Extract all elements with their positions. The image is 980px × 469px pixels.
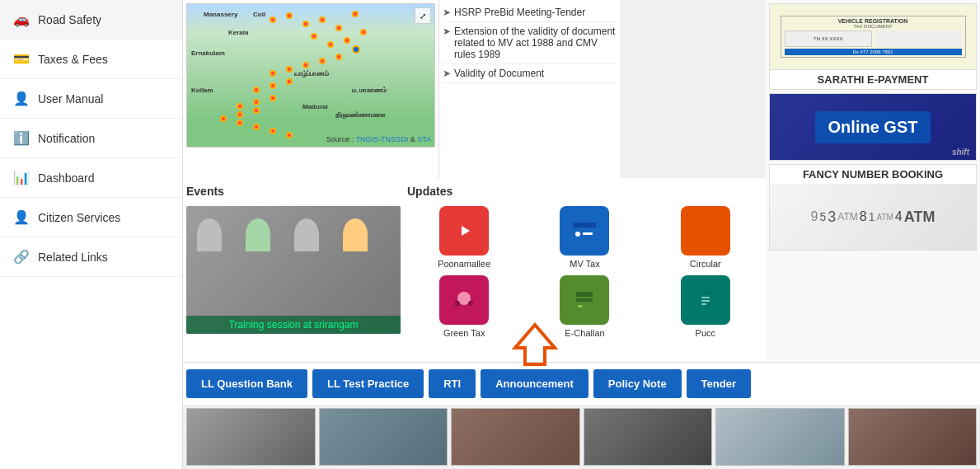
fancy-title: FANCY NUMBER BOOKING	[770, 165, 976, 184]
top-area: Manassery Coll Kerala Ernakulam Kollam ய…	[183, 0, 980, 362]
greentax-link[interactable]: Green Tax	[407, 275, 521, 338]
sidebar-item-label: Notification	[38, 132, 95, 145]
event-caption: Training session at srirangam	[186, 316, 401, 334]
thumbnail-5[interactable]	[715, 408, 845, 466]
thumbnail-4[interactable]	[584, 408, 713, 466]
svg-marker-21	[515, 325, 555, 364]
city-yazhpanam: யாழ்ப்பாணம்	[294, 70, 329, 78]
sidebar-item-taxes[interactable]: 💳 Taxes & Fees	[0, 40, 182, 79]
news-item: ➤ Validity of Document	[443, 64, 617, 83]
map-area: Manassery Coll Kerala Ernakulam Kollam ய…	[183, 0, 438, 178]
svg-point-6	[692, 218, 719, 244]
dashboard-icon: 📊	[13, 170, 30, 185]
svg-rect-20	[701, 303, 706, 305]
fancy-image: 9 5 3 ATM 8 1 ATM 4 ATM	[770, 184, 976, 250]
echallan-label: E-Challan	[565, 328, 604, 338]
sidebar-item-dashboard[interactable]: 📊 Dashboard	[0, 158, 182, 198]
announcement-wrapper: Announcement	[481, 369, 588, 398]
poonamallee-link[interactable]: Poonamallee	[407, 206, 521, 269]
pucc-link[interactable]: Pucc	[649, 275, 762, 338]
mvtax-link[interactable]: MV Tax	[528, 206, 641, 269]
policy-note-button[interactable]: Policy Note	[593, 369, 682, 398]
event-image: Training session at srirangam	[186, 206, 401, 334]
sidebar-item-related-links[interactable]: 🔗 Related Links	[0, 237, 182, 277]
link-icon: 🔗	[13, 249, 30, 265]
tender-button[interactable]: Tender	[687, 369, 751, 398]
sidebar-item-label: Road Safety	[38, 13, 101, 26]
circular-link[interactable]: Circular	[649, 206, 762, 269]
thumbnail-6[interactable]	[848, 408, 978, 466]
poonamallee-label: Poonamallee	[438, 259, 490, 269]
svg-rect-16	[578, 305, 583, 307]
svg-rect-19	[701, 300, 710, 302]
city-ernakulam: Ernakulam	[191, 49, 225, 57]
online-gst-card[interactable]: Online GST shift	[769, 93, 977, 161]
sidebar-item-label: User Manual	[38, 92, 103, 106]
main-content: Manassery Coll Kerala Ernakulam Kollam ய…	[183, 0, 980, 469]
ll-question-bank-button[interactable]: LL Question Bank	[186, 369, 307, 398]
bottom-buttons-bar: LL Question Bank LL Test Practice RTI An…	[183, 362, 980, 405]
events-heading: Events	[186, 181, 401, 201]
news-text: HSRP PreBid Meeting-Tender	[454, 7, 585, 18]
sidebar: 🚗 Road Safety 💳 Taxes & Fees 👤 User Manu…	[0, 0, 183, 469]
events-section: Events Training se	[186, 181, 401, 359]
sidebar-item-user-manual[interactable]: 👤 User Manual	[0, 79, 182, 119]
svg-rect-15	[576, 292, 593, 297]
city-coll: Coll	[253, 11, 265, 18]
user-icon: 👤	[13, 91, 30, 106]
map-expand-button[interactable]: ⤢	[415, 7, 431, 24]
map-container[interactable]: Manassery Coll Kerala Ernakulam Kollam ய…	[186, 3, 435, 148]
greentax-label: Green Tax	[443, 328, 485, 338]
pucc-label: Pucc	[696, 328, 715, 338]
ll-test-practice-button[interactable]: LL Test Practice	[312, 369, 424, 398]
news-text: Extension of the validity of document re…	[454, 26, 617, 60]
city-manassery: Manassery	[204, 11, 237, 18]
map-source: Source : TNGIS-TNSSDI & STA	[326, 135, 431, 143]
svg-point-11	[455, 301, 460, 306]
sidebar-item-label: Taxes & Fees	[38, 53, 108, 66]
news-area: ➤ HSRP PreBid Meeting-Tender ➤ Extension…	[438, 0, 620, 178]
arrow-icon: ➤	[443, 7, 451, 18]
announcement-button[interactable]: Announcement	[481, 369, 588, 398]
thumbnail-1[interactable]	[186, 408, 316, 466]
thumbnail-2[interactable]	[319, 408, 448, 466]
updates-heading: Updates	[407, 181, 762, 201]
citizen-icon: 👤	[13, 209, 30, 225]
city-madurai: Madurai	[302, 103, 328, 110]
updates-icons-grid: Poonamallee MV Tax	[407, 206, 762, 338]
thumbnail-3[interactable]	[451, 408, 580, 466]
credit-card-icon: 💳	[13, 51, 30, 67]
youtube-icon	[439, 206, 489, 256]
svg-point-4	[575, 232, 580, 237]
sidebar-item-road-safety[interactable]: 🚗 Road Safety	[0, 0, 182, 40]
sidebar-item-label: Citizen Services	[38, 211, 120, 224]
svg-rect-18	[701, 297, 710, 298]
rti-button[interactable]: RTI	[429, 369, 476, 398]
greentax-icon	[439, 275, 489, 325]
news-item: ➤ Extension of the validity of document …	[443, 22, 617, 64]
pucc-icon	[681, 275, 730, 325]
sarathi-image: VEHICLE REGISTRATION TAX DOCUMENT TN XX …	[770, 4, 976, 70]
mvtax-label: MV Tax	[570, 259, 599, 269]
sidebar-item-citizen-services[interactable]: 👤 Citizen Services	[0, 198, 182, 237]
car-icon: 🚗	[13, 12, 30, 27]
city-mahabalipuram: ம. மாகாணம்	[352, 87, 387, 95]
right-sidebar: VEHICLE REGISTRATION TAX DOCUMENT TN XX …	[766, 0, 980, 362]
sidebar-item-notification[interactable]: ℹ️ Notification	[0, 119, 182, 158]
fancy-number-card[interactable]: FANCY NUMBER BOOKING 9 5 3 ATM 8 1 ATM 4…	[769, 164, 977, 251]
svg-rect-14	[576, 298, 593, 302]
news-text: Validity of Document	[454, 68, 544, 79]
circular-icon	[681, 206, 730, 256]
sidebar-item-label: Dashboard	[38, 171, 95, 185]
circular-label: Circular	[690, 259, 721, 269]
gst-image: Online GST shift	[770, 94, 976, 160]
info-icon: ℹ️	[13, 130, 30, 146]
mvtax-icon	[560, 206, 609, 256]
sarathi-card[interactable]: VEHICLE REGISTRATION TAX DOCUMENT TN XX …	[769, 3, 977, 90]
news-item: ➤ HSRP PreBid Meeting-Tender	[443, 3, 617, 22]
city-kerala: Kerala	[228, 29, 248, 36]
svg-rect-5	[583, 232, 593, 235]
updates-section: Updates Poonamallee	[407, 181, 762, 359]
sarathi-title: SARATHI E-PAYMENT	[770, 70, 976, 89]
arrow-icon: ➤	[443, 26, 451, 37]
